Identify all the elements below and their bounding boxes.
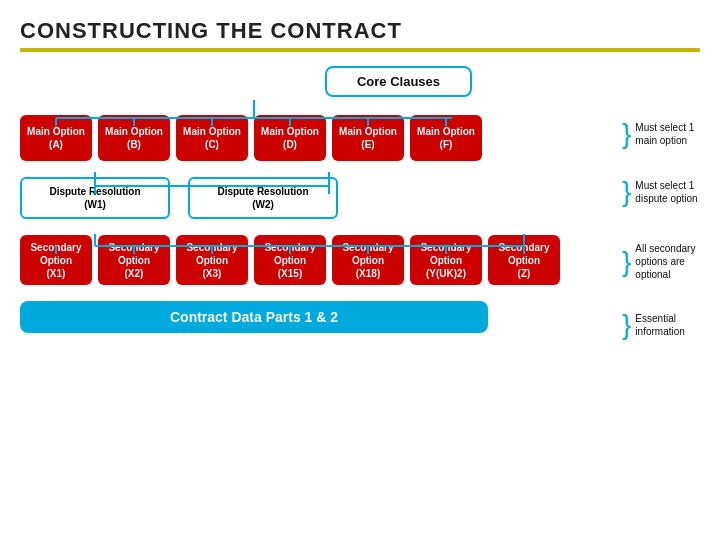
contract-row: Contract Data Parts 1 & 2 [20, 301, 618, 333]
side-label-main-option: } Must select 1 main option [622, 120, 700, 148]
main-options-row: Main Option (A) Main Option (B) Main Opt… [20, 115, 618, 161]
secondary-row: Secondary Option (X1) Secondary Option (… [20, 235, 618, 285]
main-option-box-a: Main Option (A) [20, 115, 92, 161]
secondary-option-x2: Secondary Option (X2) [98, 235, 170, 285]
side-label-dispute-option-text: Must select 1 dispute option [635, 179, 700, 205]
dispute-box-w2: Dispute Resolution (W2) [188, 177, 338, 219]
side-label-dispute-option: } Must select 1 dispute option [622, 178, 700, 206]
main-option-box-b: Main Option (B) [98, 115, 170, 161]
side-label-essential-text: Essential information [635, 312, 700, 338]
page: CONSTRUCTING THE CONTRACT [0, 0, 720, 540]
core-clauses-row: Core Clauses [20, 66, 618, 97]
side-label-essential: } Essential information [622, 311, 700, 339]
contract-data-box: Contract Data Parts 1 & 2 [20, 301, 488, 333]
diagram-wrapper: Core Clauses Main Option (A) Main Option… [20, 66, 618, 333]
brace-main-option: } [622, 120, 631, 148]
brace-dispute-option: } [622, 178, 631, 206]
brace-secondary-option: } [622, 248, 631, 276]
side-labels: } Must select 1 main option } Must selec… [618, 66, 700, 339]
page-title: CONSTRUCTING THE CONTRACT [20, 18, 700, 44]
brace-essential: } [622, 311, 631, 339]
side-label-secondary-option-text: All secondary options are optional [635, 242, 700, 281]
main-option-box-e: Main Option (E) [332, 115, 404, 161]
secondary-option-x18: Secondary Option (X18) [332, 235, 404, 285]
main-option-box-d: Main Option (D) [254, 115, 326, 161]
core-clauses-box: Core Clauses [325, 66, 472, 97]
secondary-option-x15: Secondary Option (X15) [254, 235, 326, 285]
secondary-option-yuk2: Secondary Option (Y(UK)2) [410, 235, 482, 285]
dispute-row: Dispute Resolution (W1) Dispute Resoluti… [20, 177, 618, 219]
main-option-box-f: Main Option (F) [410, 115, 482, 161]
side-label-secondary-option: } All secondary options are optional [622, 242, 700, 281]
secondary-option-x3: Secondary Option (X3) [176, 235, 248, 285]
main-option-box-c: Main Option (C) [176, 115, 248, 161]
content-area: Core Clauses Main Option (A) Main Option… [20, 66, 700, 339]
secondary-option-x1: Secondary Option (X1) [20, 235, 92, 285]
main-diagram: Core Clauses Main Option (A) Main Option… [20, 66, 618, 339]
secondary-option-z: Secondary Option (Z) [488, 235, 560, 285]
dispute-box-w1: Dispute Resolution (W1) [20, 177, 170, 219]
rows-wrapper: Core Clauses Main Option (A) Main Option… [20, 66, 618, 333]
side-label-main-option-text: Must select 1 main option [635, 121, 700, 147]
title-underline [20, 48, 700, 52]
